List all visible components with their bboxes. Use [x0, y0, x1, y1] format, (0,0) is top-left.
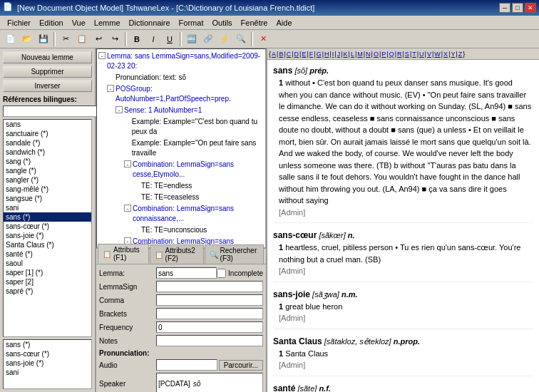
lemmasign-input[interactable] — [156, 281, 263, 292]
alpha-link-Y[interactable]: Y — [451, 51, 455, 58]
invert-button[interactable]: Inverser — [3, 80, 92, 92]
tree-toggle-button[interactable]: - — [124, 160, 131, 167]
word-item[interactable]: sang-mêlé (*) — [4, 185, 91, 194]
notes-input[interactable] — [156, 335, 263, 346]
new-lemme-button[interactable]: Nouveau lemme — [3, 51, 92, 63]
alpha-link-A[interactable]: A — [272, 51, 276, 58]
tree-text[interactable]: Example: Example="On peut faire sans tra… — [130, 138, 264, 158]
alpha-link-Q[interactable]: Q — [389, 51, 394, 58]
tab-attributs2-(f2)[interactable]: 📋Attributs2 (F2) — [150, 244, 204, 264]
tab-rechercher-(f3)[interactable]: 🔍Rechercher (F3) — [205, 244, 264, 264]
tree-text[interactable]: TE: TE=ceaseless — [140, 192, 199, 202]
word-item[interactable]: sans (*) — [4, 212, 91, 222]
incomplete-checkbox[interactable] — [217, 269, 226, 278]
tree-toggle-button[interactable]: - — [98, 52, 106, 59]
tree-text[interactable]: Example: Example="C'est bon quand tu peu… — [130, 117, 264, 137]
mini-word-item[interactable]: sans (*) — [4, 340, 91, 349]
menu-item-lemme[interactable]: Lemme — [90, 17, 125, 29]
alpha-link-E[interactable]: E — [302, 51, 306, 58]
mini-word-item[interactable]: sans-cœur (*) — [4, 349, 91, 359]
link-button[interactable]: 🔗 — [200, 31, 216, 47]
word-item[interactable]: Santa Claus (*) — [4, 240, 91, 249]
menu-item-format[interactable]: Format — [175, 17, 208, 29]
word-item[interactable]: sans-cœur (*) — [4, 222, 91, 231]
alpha-link-R[interactable]: R — [397, 51, 402, 58]
close-button[interactable]: ✕ — [525, 3, 536, 13]
alpha-link-X[interactable]: X — [443, 51, 448, 58]
word-item[interactable]: santé (*) — [4, 249, 91, 259]
alpha-link-O[interactable]: O — [374, 51, 379, 58]
alpha-link-N[interactable]: N — [366, 51, 371, 58]
new-button[interactable]: 📄 — [3, 31, 19, 47]
tab-attributs-(f1)[interactable]: 📋Attributs (F1) — [98, 244, 149, 264]
word-item[interactable]: sans — [4, 120, 91, 129]
menu-item-fenêtre[interactable]: Fenêtre — [237, 17, 272, 29]
alpha-link-D[interactable]: D — [294, 51, 299, 58]
alpha-link-P[interactable]: P — [381, 51, 386, 58]
word-item[interactable]: sangler (*) — [4, 175, 91, 185]
delete-button[interactable]: ✕ — [255, 31, 271, 47]
comma-input[interactable] — [156, 294, 263, 306]
tree-text[interactable]: Combination: LemmaSign=sans connaissance… — [131, 204, 264, 224]
tree-text[interactable]: TE: TE=unconscious — [140, 225, 207, 235]
browse-button[interactable]: Parcourir... — [219, 360, 263, 371]
delete-button[interactable]: Supprimer — [3, 66, 92, 78]
cut-button[interactable]: ✂ — [58, 31, 73, 47]
alpha-link-Z[interactable]: Z — [458, 51, 463, 58]
copy-button[interactable]: 📋 — [74, 31, 90, 47]
bold-button[interactable]: B — [129, 31, 145, 47]
word-item[interactable]: sani — [4, 203, 91, 212]
maximize-button[interactable]: □ — [512, 3, 523, 13]
save-button[interactable]: 💾 — [36, 31, 51, 47]
alpha-link-L[interactable]: L — [351, 51, 354, 58]
mini-word-item[interactable]: sans-joie (*) — [4, 359, 91, 368]
word-item[interactable]: saoul — [4, 259, 91, 268]
alpha-link-V[interactable]: V — [427, 51, 431, 58]
alpha-link-K[interactable]: K — [344, 51, 348, 58]
word-item[interactable]: saper [2] — [4, 277, 91, 287]
alpha-link-T[interactable]: T — [412, 51, 416, 58]
alpha-link-F[interactable]: F — [309, 51, 314, 58]
word-item[interactable]: sanctuaire (*) — [4, 129, 91, 138]
word-item[interactable]: sapré (*) — [4, 287, 91, 296]
tree-text[interactable]: POSGroup: AutoNumber=1,PartOfSpeech=prep… — [114, 84, 264, 104]
word-item[interactable]: sandwich (*) — [4, 148, 91, 157]
lemma-input[interactable] — [156, 267, 217, 279]
alpha-link-C[interactable]: C — [287, 51, 292, 58]
alpha-link-J[interactable]: J — [337, 51, 341, 58]
tree-toggle-button[interactable]: - — [115, 106, 123, 113]
tree-text[interactable]: Pronunciation: text: sõ — [114, 73, 186, 83]
menu-item-vue[interactable]: Vue — [68, 17, 90, 29]
tree-text[interactable]: Combination: LemmaSign=sans cesse,Etymol… — [131, 160, 264, 180]
open-button[interactable]: 📂 — [19, 31, 35, 47]
audio-input[interactable] — [156, 359, 217, 371]
menu-item-dictionnaire[interactable]: Dictionnaire — [125, 17, 175, 29]
menu-item-outils[interactable]: Outils — [207, 17, 236, 29]
tree-text[interactable]: TE: TE=endless — [140, 181, 192, 191]
word-item[interactable]: sangsue (*) — [4, 194, 91, 203]
alpha-link-M[interactable]: M — [357, 51, 363, 58]
format-button[interactable]: 🔤 — [184, 31, 200, 47]
word-item[interactable]: sang (*) — [4, 157, 91, 166]
run-button[interactable]: ⚡ — [217, 31, 232, 47]
tree-text[interactable]: Sense: 1 AutoNumber=1 — [123, 105, 202, 115]
frequency-input[interactable] — [156, 321, 263, 333]
search-button[interactable]: 🔍 — [233, 31, 249, 47]
menu-item-aide[interactable]: Aide — [272, 17, 297, 29]
word-item[interactable]: saper [1] (*) — [4, 268, 91, 277]
alpha-link-S[interactable]: S — [405, 51, 409, 58]
alpha-link-W[interactable]: W — [434, 51, 441, 58]
tree-toggle-button[interactable]: - — [107, 85, 114, 92]
italic-button[interactable]: I — [145, 31, 161, 47]
alpha-link-U[interactable]: U — [419, 51, 424, 58]
underline-button[interactable]: U — [162, 31, 178, 47]
alpha-link-B[interactable]: B — [279, 51, 283, 58]
tree-text[interactable]: Lemma: sans LemmaSign=sans,Modified=2009… — [106, 51, 264, 71]
menu-item-edition[interactable]: Edition — [35, 17, 68, 29]
alpha-link-I[interactable]: I — [332, 51, 334, 58]
tree-toggle-button[interactable]: - — [124, 205, 131, 212]
word-item[interactable]: sans-joie (*) — [4, 231, 91, 240]
undo-button[interactable]: ↩ — [91, 31, 106, 47]
menu-item-fichier[interactable]: Fichier — [3, 17, 35, 29]
word-item[interactable]: sangle (*) — [4, 166, 91, 175]
